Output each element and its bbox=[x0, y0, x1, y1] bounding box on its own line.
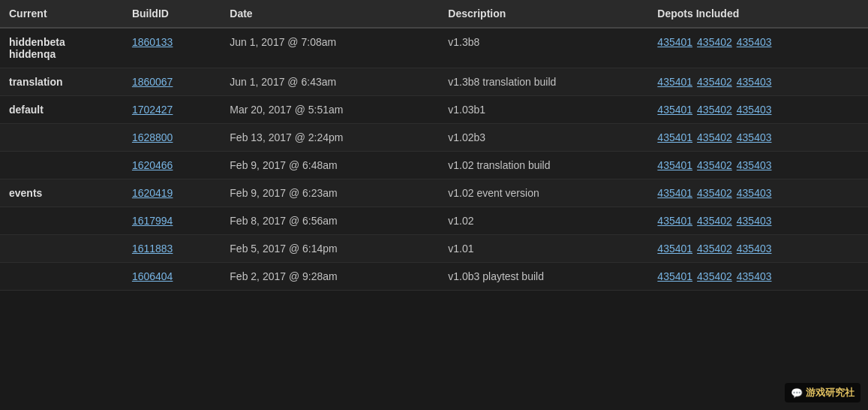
cell-current bbox=[0, 235, 123, 263]
watermark-text: 游戏研究社 bbox=[806, 386, 854, 399]
cell-depots[interactable]: 435401435402435403 bbox=[648, 96, 868, 124]
cell-buildid[interactable]: 1620466 bbox=[123, 152, 221, 179]
cell-buildid[interactable]: 1617994 bbox=[123, 207, 221, 235]
depot-link[interactable]: 435403 bbox=[737, 159, 772, 171]
cell-description: v1.01 bbox=[439, 235, 648, 263]
depot-link[interactable]: 435401 bbox=[657, 270, 692, 282]
cell-current: events bbox=[0, 179, 123, 207]
depot-link[interactable]: 435401 bbox=[657, 36, 692, 48]
cell-depots[interactable]: 435401435402435403 bbox=[648, 152, 868, 179]
builds-table: Current BuildID Date Description Depots … bbox=[0, 0, 868, 291]
cell-description: v1.0b3 playtest build bbox=[439, 263, 648, 291]
header-current: Current bbox=[0, 0, 123, 28]
table-row: 1611883Feb 5, 2017 @ 6:14pmv1.0143540143… bbox=[0, 235, 868, 263]
cell-date: Feb 13, 2017 @ 2:24pm bbox=[221, 124, 439, 152]
cell-buildid[interactable]: 1620419 bbox=[123, 179, 221, 207]
table-row: events1620419Feb 9, 2017 @ 6:23amv1.02 e… bbox=[0, 179, 868, 207]
buildid-link[interactable]: 1611883 bbox=[132, 243, 173, 255]
cell-date: Feb 5, 2017 @ 6:14pm bbox=[221, 235, 439, 263]
cell-depots[interactable]: 435401435402435403 bbox=[648, 179, 868, 207]
watermark-icon: 💬 bbox=[791, 387, 803, 399]
cell-current bbox=[0, 207, 123, 235]
table-row: hiddenbeta hiddenqa1860133Jun 1, 2017 @ … bbox=[0, 28, 868, 68]
watermark: 💬 游戏研究社 bbox=[785, 383, 860, 402]
depot-link[interactable]: 435402 bbox=[697, 104, 732, 116]
buildid-link[interactable]: 1617994 bbox=[132, 215, 173, 227]
cell-buildid[interactable]: 1606404 bbox=[123, 263, 221, 291]
buildid-link[interactable]: 1860133 bbox=[132, 36, 173, 48]
depot-link[interactable]: 435402 bbox=[697, 159, 732, 171]
depot-link[interactable]: 435403 bbox=[737, 187, 772, 199]
cell-date: Jun 1, 2017 @ 6:43am bbox=[221, 68, 439, 96]
cell-date: Feb 8, 2017 @ 6:56am bbox=[221, 207, 439, 235]
cell-current: hiddenbeta hiddenqa bbox=[0, 28, 123, 68]
depot-link[interactable]: 435402 bbox=[697, 76, 732, 88]
cell-description: v1.03b1 bbox=[439, 96, 648, 124]
table-row: 1628800Feb 13, 2017 @ 2:24pmv1.02b343540… bbox=[0, 124, 868, 152]
cell-current bbox=[0, 263, 123, 291]
cell-description: v1.02b3 bbox=[439, 124, 648, 152]
depot-link[interactable]: 435402 bbox=[697, 243, 732, 255]
cell-date: Feb 9, 2017 @ 6:23am bbox=[221, 179, 439, 207]
depot-link[interactable]: 435401 bbox=[657, 215, 692, 227]
cell-depots[interactable]: 435401435402435403 bbox=[648, 235, 868, 263]
depot-link[interactable]: 435402 bbox=[697, 131, 732, 143]
depot-link[interactable]: 435402 bbox=[697, 36, 732, 48]
cell-current bbox=[0, 124, 123, 152]
buildid-link[interactable]: 1860067 bbox=[132, 76, 173, 88]
cell-buildid[interactable]: 1702427 bbox=[123, 96, 221, 124]
depot-link[interactable]: 435403 bbox=[737, 131, 772, 143]
table-row: 1606404Feb 2, 2017 @ 9:28amv1.0b3 playte… bbox=[0, 263, 868, 291]
cell-date: Jun 1, 2017 @ 7:08am bbox=[221, 28, 439, 68]
table-row: 1617994Feb 8, 2017 @ 6:56amv1.0243540143… bbox=[0, 207, 868, 235]
cell-date: Feb 9, 2017 @ 6:48am bbox=[221, 152, 439, 179]
cell-description: v1.3b8 translation build bbox=[439, 68, 648, 96]
buildid-link[interactable]: 1628800 bbox=[132, 131, 173, 143]
cell-current: default bbox=[0, 96, 123, 124]
cell-buildid[interactable]: 1860133 bbox=[123, 28, 221, 68]
cell-date: Mar 20, 2017 @ 5:51am bbox=[221, 96, 439, 124]
depot-link[interactable]: 435401 bbox=[657, 131, 692, 143]
depot-link[interactable]: 435402 bbox=[697, 270, 732, 282]
depot-link[interactable]: 435401 bbox=[657, 159, 692, 171]
depot-link[interactable]: 435403 bbox=[737, 215, 772, 227]
depot-link[interactable]: 435402 bbox=[697, 187, 732, 199]
cell-description: v1.02 translation build bbox=[439, 152, 648, 179]
buildid-link[interactable]: 1702427 bbox=[132, 104, 173, 116]
buildid-link[interactable]: 1620466 bbox=[132, 159, 173, 171]
depot-link[interactable]: 435403 bbox=[737, 36, 772, 48]
depot-link[interactable]: 435401 bbox=[657, 187, 692, 199]
cell-depots[interactable]: 435401435402435403 bbox=[648, 124, 868, 152]
cell-current: translation bbox=[0, 68, 123, 96]
cell-description: v1.02 event version bbox=[439, 179, 648, 207]
header-date: Date bbox=[221, 0, 439, 28]
table-row: translation1860067Jun 1, 2017 @ 6:43amv1… bbox=[0, 68, 868, 96]
buildid-link[interactable]: 1620419 bbox=[132, 187, 173, 199]
depot-link[interactable]: 435401 bbox=[657, 104, 692, 116]
depot-link[interactable]: 435401 bbox=[657, 76, 692, 88]
cell-current bbox=[0, 152, 123, 179]
cell-date: Feb 2, 2017 @ 9:28am bbox=[221, 263, 439, 291]
cell-depots[interactable]: 435401435402435403 bbox=[648, 263, 868, 291]
cell-description: v1.02 bbox=[439, 207, 648, 235]
depot-link[interactable]: 435403 bbox=[737, 76, 772, 88]
header-description: Description bbox=[439, 0, 648, 28]
cell-buildid[interactable]: 1611883 bbox=[123, 235, 221, 263]
header-depots: Depots Included bbox=[648, 0, 868, 28]
table-row: 1620466Feb 9, 2017 @ 6:48amv1.02 transla… bbox=[0, 152, 868, 179]
cell-depots[interactable]: 435401435402435403 bbox=[648, 68, 868, 96]
cell-buildid[interactable]: 1860067 bbox=[123, 68, 221, 96]
depot-link[interactable]: 435401 bbox=[657, 243, 692, 255]
depot-link[interactable]: 435403 bbox=[737, 270, 772, 282]
cell-depots[interactable]: 435401435402435403 bbox=[648, 207, 868, 235]
header-buildid: BuildID bbox=[123, 0, 221, 28]
depot-link[interactable]: 435402 bbox=[697, 215, 732, 227]
cell-buildid[interactable]: 1628800 bbox=[123, 124, 221, 152]
buildid-link[interactable]: 1606404 bbox=[132, 270, 173, 282]
cell-description: v1.3b8 bbox=[439, 28, 648, 68]
cell-depots[interactable]: 435401435402435403 bbox=[648, 28, 868, 68]
depot-link[interactable]: 435403 bbox=[737, 104, 772, 116]
table-row: default1702427Mar 20, 2017 @ 5:51amv1.03… bbox=[0, 96, 868, 124]
depot-link[interactable]: 435403 bbox=[737, 243, 772, 255]
